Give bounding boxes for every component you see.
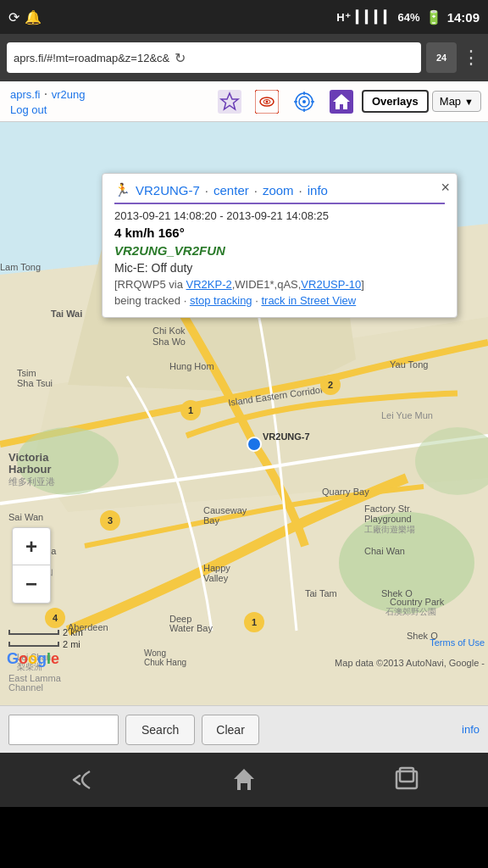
overlays-button[interactable]: Overlays (362, 90, 429, 113)
scale-mi-ruler (8, 642, 59, 647)
google-e: e (51, 650, 59, 667)
back-button[interactable] (47, 759, 115, 801)
recents-button[interactable] (373, 759, 441, 801)
scale-bar: 2 km 2 mi (8, 627, 83, 649)
zoom-out-button[interactable]: − (13, 565, 50, 603)
svg-text:Country Park: Country Park (390, 597, 445, 607)
signal-strength: H⁺ (336, 11, 350, 24)
popup-speed: 4 km/h 166° (114, 225, 445, 240)
popup-time: 2013-09-21 14:08:20 - 2013-09-21 14:08:2… (114, 209, 445, 222)
callsign-link[interactable]: VR2UNG-7 (136, 183, 200, 198)
svg-rect-78 (400, 768, 413, 782)
info-text-link[interactable]: info (462, 723, 480, 736)
path-suffix: ] (361, 278, 364, 291)
svg-text:Lei Yue Mun: Lei Yue Mun (381, 410, 433, 420)
battery-icon: 🔋 (425, 9, 442, 25)
svg-text:工廠街遊樂場: 工廠街遊樂場 (364, 525, 415, 534)
path-link1[interactable]: VR2KP-2 (186, 278, 232, 291)
svg-text:Factory Str.: Factory Str. (364, 504, 412, 514)
zoom-link[interactable]: zoom (263, 183, 294, 198)
center-link[interactable]: center (214, 183, 249, 198)
clock: 14:09 (447, 10, 480, 25)
svg-text:Yau Tong: Yau Tong (390, 359, 428, 370)
map-area[interactable]: aprs.fi · vr2ung Log out (0, 81, 488, 705)
scale-km-label: 2 km (63, 627, 83, 637)
refresh-icon[interactable]: ↻ (175, 50, 186, 66)
terms-label: Terms of Use (430, 637, 485, 648)
browser-bar: aprs.fi/#!mt=roadmap&z=12&c& ↻ 24 ⋮ (0, 34, 488, 81)
toolbar-left: aprs.fi · vr2ung Log out (7, 86, 208, 116)
svg-text:Channel: Channel (8, 682, 43, 693)
svg-text:1: 1 (252, 617, 257, 627)
path-middle: ,WIDE1*,qAS, (232, 278, 302, 291)
svg-point-74 (247, 437, 261, 451)
svg-text:Tai Tam: Tai Tam (305, 588, 337, 598)
satellite-icon (255, 90, 279, 114)
navigation-bar (0, 753, 488, 807)
svg-point-5 (265, 100, 268, 103)
scale-mi-label: 2 mi (63, 639, 80, 649)
title-sep3: · (299, 183, 302, 198)
map-dropdown[interactable]: Map ▼ (432, 91, 481, 112)
svg-text:Causeway: Causeway (203, 505, 247, 515)
status-right: H⁺ ▎▎▎▎ 64% 🔋 14:09 (336, 9, 480, 25)
home-icon (330, 90, 353, 114)
svg-text:Sha Wo: Sha Wo (152, 337, 186, 347)
logout-link[interactable]: Log out (10, 103, 208, 116)
svg-text:Chi Kok: Chi Kok (152, 326, 186, 336)
dropdown-arrow: ▼ (464, 97, 474, 107)
popup-title: 🏃 VR2UNG-7 · center · zoom · info (114, 182, 445, 204)
url-bar[interactable]: aprs.fi/#!mt=roadmap&z=12&c& ↻ (7, 42, 421, 73)
home-button[interactable] (210, 759, 278, 801)
google-logo: Google (7, 650, 59, 668)
svg-text:Chai Wan: Chai Wan (364, 546, 405, 556)
clear-button[interactable]: Clear (202, 715, 258, 745)
title-sep1: · (205, 183, 208, 198)
svg-text:Harbour: Harbour (8, 463, 52, 476)
svg-text:Victoria: Victoria (8, 451, 49, 464)
status-bar: ⟳ 🔔 H⁺ ▎▎▎▎ 64% 🔋 14:09 (0, 0, 488, 34)
svg-text:石澳郊野公園: 石澳郊野公園 (385, 607, 436, 616)
stop-tracking-link[interactable]: stop tracking (190, 294, 252, 307)
path-link2[interactable]: VR2USP-10 (301, 278, 361, 291)
svg-text:4: 4 (53, 613, 58, 623)
svg-text:Lam Tong: Lam Tong (0, 262, 41, 272)
svg-text:Playground: Playground (364, 514, 412, 524)
svg-text:Quarry Bay: Quarry Bay (322, 487, 369, 497)
target-icon-btn[interactable] (287, 85, 321, 119)
toolbar-icons: Overlays Map ▼ (213, 85, 481, 119)
svg-text:维多利亚港: 维多利亚港 (8, 476, 55, 487)
search-button[interactable]: Search (125, 715, 195, 745)
callsign-link[interactable]: vr2ung (52, 88, 86, 101)
svg-text:3: 3 (108, 515, 113, 526)
title-sep2: · (254, 183, 258, 198)
svg-text:Sha Tsui: Sha Tsui (17, 378, 53, 388)
info-link[interactable]: info (308, 183, 328, 198)
tab-count: 24 (436, 53, 446, 63)
search-input[interactable] (8, 715, 119, 745)
tracking-prefix: being tracked · (114, 294, 190, 307)
svg-text:Chuk Hang: Chuk Hang (144, 658, 186, 667)
battery-percent: 64% (398, 11, 420, 24)
street-view-link[interactable]: track in Street View (261, 294, 356, 307)
svg-text:VR2UNG-7: VR2UNG-7 (263, 431, 310, 442)
svg-text:2: 2 (328, 380, 333, 390)
search-bar: Search Clear info (0, 705, 488, 753)
svg-text:Valley: Valley (203, 573, 229, 583)
tab-counter[interactable]: 24 (426, 42, 457, 73)
map-background[interactable]: Island Eastern Corridor 3 1 1 2 4 Tai Wa… (0, 122, 488, 705)
scale-km-ruler (8, 630, 59, 635)
svg-text:Happy: Happy (203, 563, 230, 573)
terms-of-use-link[interactable]: Terms of Use (430, 637, 485, 648)
zoom-in-button[interactable]: + (13, 528, 50, 565)
recents-icon (391, 765, 422, 795)
home-icon-btn[interactable] (324, 85, 358, 119)
svg-text:Bay: Bay (203, 515, 219, 526)
satellite-icon-btn[interactable] (250, 85, 284, 119)
info-popup: × 🏃 VR2UNG-7 · center · zoom · info 2013… (102, 173, 458, 318)
star-icon-btn[interactable] (213, 85, 247, 119)
popup-close-button[interactable]: × (441, 179, 450, 197)
google-g: G (7, 650, 19, 667)
browser-menu[interactable]: ⋮ (462, 47, 481, 69)
site-name[interactable]: aprs.fi (10, 88, 40, 101)
